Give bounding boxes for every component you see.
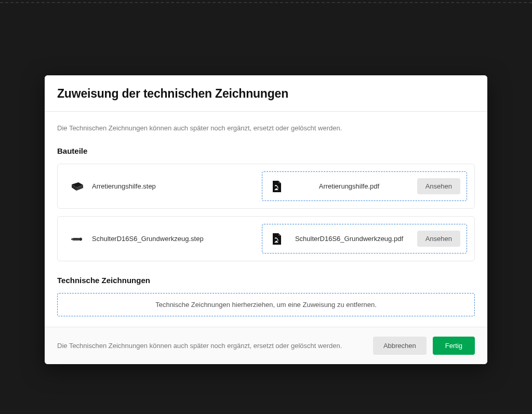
svg-point-3 <box>275 185 276 186</box>
modal-body: Die Technischen Zeichnungen können auch … <box>45 112 487 327</box>
part-left: Arretierungshilfe.step <box>65 181 262 192</box>
svg-point-7 <box>275 237 276 238</box>
view-button[interactable]: Ansehen <box>417 178 460 194</box>
svg-point-5 <box>79 237 82 241</box>
svg-rect-6 <box>71 238 73 240</box>
assignment-modal: Zuweisung der technischen Zeichnungen Di… <box>45 75 487 364</box>
drawing-dropzone[interactable]: Arretierungshilfe.pdf Ansehen <box>262 171 467 201</box>
done-button[interactable]: Fertig <box>433 337 475 355</box>
drawings-section-title: Technische Zeichnungen <box>57 276 475 285</box>
modal-title: Zuweisung der technischen Zeichnungen <box>57 87 475 101</box>
pdf-file-icon <box>272 181 281 192</box>
svg-rect-4 <box>72 238 79 241</box>
body-note: Die Technischen Zeichnungen können auch … <box>57 124 475 132</box>
step-filename: Arretierungshilfe.step <box>92 182 156 190</box>
drawing-dropzone[interactable]: SchulterD16S6_Grundwerkzeug.pdf Ansehen <box>262 224 467 253</box>
modal-footer: Die Technischen Zeichnungen können auch … <box>45 327 487 364</box>
cancel-button[interactable]: Abbrechen <box>373 337 427 355</box>
pdf-file-icon <box>272 233 281 245</box>
part-thumbnail-icon <box>70 181 85 192</box>
remove-dropzone[interactable]: Technische Zeichnungen hierherziehen, um… <box>57 293 475 316</box>
pdf-filename: Arretierungshilfe.pdf <box>287 182 410 190</box>
modal-header: Zuweisung der technischen Zeichnungen <box>45 75 487 112</box>
view-button[interactable]: Ansehen <box>417 231 460 247</box>
footer-note: Die Technischen Zeichnungen können auch … <box>57 342 373 350</box>
part-thumbnail-icon <box>70 234 85 244</box>
drawings-section: Technische Zeichnungen Technische Zeichn… <box>57 276 475 316</box>
part-row: Arretierungshilfe.step Arretierungshilfe… <box>57 164 475 209</box>
part-left: SchulterD16S6_Grundwerkzeug.step <box>65 234 262 244</box>
page-top-border <box>0 0 532 3</box>
part-row: SchulterD16S6_Grundwerkzeug.step Schulte… <box>57 216 475 261</box>
pdf-filename: SchulterD16S6_Grundwerkzeug.pdf <box>287 235 410 243</box>
parts-section-title: Bauteile <box>57 146 475 155</box>
step-filename: SchulterD16S6_Grundwerkzeug.step <box>92 235 204 243</box>
remove-zone-text: Technische Zeichnungen hierherziehen, um… <box>155 301 377 309</box>
